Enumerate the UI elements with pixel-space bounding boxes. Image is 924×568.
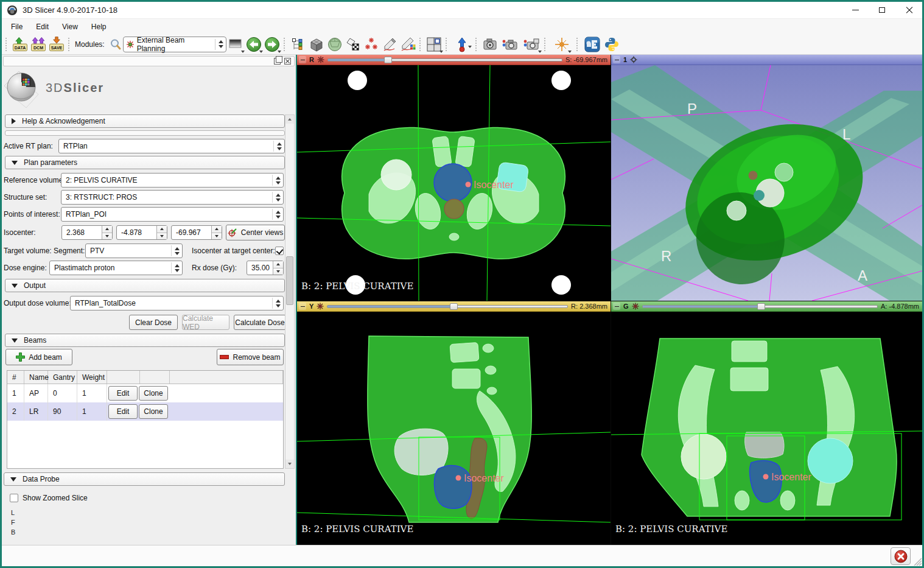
yellow-view-label: Y — [309, 303, 313, 310]
target-volume-combo[interactable]: PTV — [85, 244, 183, 258]
isocenter-y-spinbox[interactable]: -4.878 — [116, 225, 167, 240]
subject-hierarchy-icon[interactable] — [289, 35, 307, 54]
green-slice-slider[interactable] — [642, 303, 878, 310]
load-dicom-button[interactable]: DCM — [29, 35, 47, 54]
scene-view-capture-icon[interactable] — [499, 35, 520, 54]
isocenter-at-target-checkbox[interactable] — [275, 247, 284, 255]
extensions-manager-icon[interactable] — [582, 35, 603, 54]
yellow-collapse-button[interactable] — [299, 303, 306, 310]
green-pin-icon[interactable] — [632, 303, 639, 310]
scene-view-restore-icon[interactable] — [520, 35, 542, 54]
toolbar-separator — [475, 38, 478, 51]
remove-beam-button[interactable]: Remove beam — [217, 349, 284, 365]
crosshair-icon[interactable] — [550, 35, 574, 54]
module-selector[interactable]: External Beam Planning — [123, 37, 226, 52]
isocenter-marker — [763, 474, 769, 480]
menu-file[interactable]: File — [4, 21, 29, 33]
parameter-node-bar — [5, 130, 285, 136]
points-of-interest-combo[interactable]: RTPlan_POI — [61, 207, 284, 222]
orientation-r: R — [661, 248, 671, 264]
beam-row-2[interactable]: 2 LR 90 1 Edit Clone — [7, 402, 283, 421]
error-icon — [894, 550, 908, 563]
show-zoomed-slice-checkbox[interactable] — [10, 494, 18, 502]
app-logo-icon — [7, 5, 18, 16]
yellow-slice-slider[interactable] — [327, 303, 568, 310]
probe-layer-f: F — [11, 519, 15, 526]
error-log-button[interactable] — [891, 547, 911, 565]
output-section-header[interactable]: Output — [5, 279, 285, 292]
history-back-button[interactable] — [245, 35, 263, 54]
output-dose-volume-combo[interactable]: RTPlan_TotalDose — [70, 296, 284, 310]
plan-parameters-header[interactable]: Plan parameters — [5, 156, 285, 169]
threed-view: 1 — [611, 55, 922, 301]
points-of-interest-label: Points of interest: — [4, 207, 60, 222]
data-probe-header[interactable]: Data Probe — [4, 472, 285, 486]
transforms-icon[interactable] — [344, 35, 362, 54]
undock-panel-icon[interactable] — [274, 58, 281, 65]
sagittal-slice-image[interactable]: Isocenter B: 2: PELVIS CURATIVE — [297, 312, 611, 545]
minimize-icon[interactable] — [842, 2, 869, 18]
segmentations-icon[interactable] — [326, 35, 344, 54]
active-plan-combo[interactable]: RTPlan — [58, 139, 285, 153]
coronal-slice-image[interactable]: Isocenter B: 2: PELVIS CURATIVE — [611, 312, 922, 545]
help-section-header[interactable]: Help & Acknowledgement — [5, 114, 285, 128]
resize-grip[interactable] — [912, 556, 922, 566]
reference-volume-combo[interactable]: 2: PELVIS CURATIVE — [61, 173, 284, 188]
orientation-p: P — [687, 100, 697, 117]
threed-pin-icon[interactable] — [630, 56, 637, 63]
beams-table-header: # Name Gantry Weight — [7, 371, 283, 384]
orientation-a: A — [858, 267, 867, 284]
dose-engine-combo[interactable]: Plastimatch proton — [49, 261, 183, 275]
screenshot-icon[interactable] — [481, 35, 499, 54]
annotations-icon[interactable] — [380, 35, 399, 54]
clone-beam-button[interactable]: Clone — [139, 386, 168, 401]
close-icon[interactable] — [895, 2, 922, 18]
green-slice-controller: G A: -4.878mm — [611, 301, 922, 312]
annotations-color-icon[interactable] — [399, 35, 417, 54]
edit-beam-button[interactable]: Edit — [108, 404, 138, 419]
yellow-pin-icon[interactable] — [317, 303, 324, 310]
calculate-wed-button[interactable]: Calculate WED — [182, 315, 229, 330]
threed-view-controller: 1 — [611, 55, 922, 65]
load-data-button[interactable]: DATA — [11, 35, 29, 54]
close-panel-icon[interactable] — [284, 58, 291, 65]
clone-beam-button[interactable]: Clone — [139, 404, 168, 419]
calculate-dose-button[interactable]: Calculate Dose — [234, 315, 286, 330]
module-history-icon[interactable] — [226, 35, 245, 54]
scrollbar-thumb[interactable] — [286, 256, 293, 305]
save-button[interactable]: SAVE — [47, 35, 66, 54]
center-views-button[interactable]: Center views — [226, 225, 285, 240]
axial-slice-image[interactable]: Isocenter B: 2: PELVIS CURATIVE — [297, 65, 611, 301]
panel-scrollbar[interactable] — [285, 114, 295, 469]
isocenter-x-spinbox[interactable]: 2.368 — [61, 225, 113, 240]
module-search-icon[interactable] — [108, 35, 123, 54]
beams-section-header[interactable]: Beams — [5, 334, 285, 347]
beam-row-1[interactable]: 1 AP 0 1 Edit Clone — [7, 384, 283, 402]
menu-help[interactable]: Help — [85, 21, 113, 33]
history-forward-button[interactable] — [263, 35, 281, 54]
red-slice-slider[interactable] — [327, 56, 562, 64]
python-console-icon[interactable] — [603, 35, 621, 54]
threed-scene[interactable]: P L R A — [611, 65, 922, 301]
threed-collapse-button[interactable] — [613, 56, 620, 63]
layout-selector-icon[interactable] — [425, 35, 443, 54]
volumes-icon[interactable] — [307, 35, 326, 54]
maximize-icon[interactable] — [869, 2, 895, 18]
clear-dose-button[interactable]: Clear Dose — [129, 315, 178, 330]
red-pin-icon[interactable] — [317, 56, 324, 63]
markups-icon[interactable] — [362, 35, 380, 54]
green-collapse-button[interactable] — [613, 303, 620, 310]
menu-view[interactable]: View — [55, 21, 85, 33]
red-collapse-button[interactable] — [299, 56, 306, 63]
edit-beam-button[interactable]: Edit — [108, 386, 138, 401]
status-bar — [2, 545, 922, 566]
rx-dose-spinbox[interactable]: 35.00 — [247, 261, 284, 275]
menu-edit[interactable]: Edit — [29, 21, 55, 33]
isocenter-label: Isocenter — [771, 472, 811, 482]
show-zoomed-slice-label: Show Zoomed Slice — [23, 491, 88, 505]
red-slice-controller: R S: -69.967mm — [297, 55, 611, 65]
add-beam-button[interactable]: Add beam — [5, 349, 72, 365]
viewers-link-icon[interactable] — [451, 35, 473, 54]
structure-set-combo[interactable]: 3: RTSTRUCT: PROS — [61, 190, 284, 205]
isocenter-z-spinbox[interactable]: -69.967 — [171, 225, 222, 240]
